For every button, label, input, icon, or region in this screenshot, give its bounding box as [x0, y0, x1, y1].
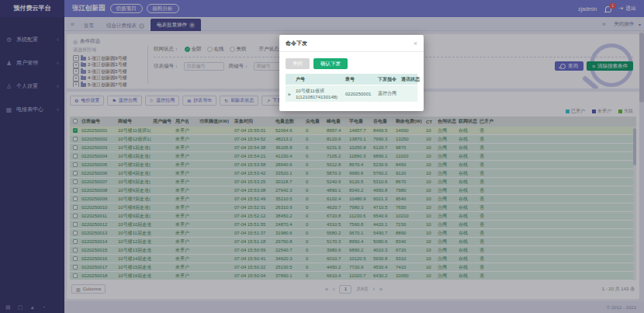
dialog-cell-command: 遥控合闸 [376, 90, 400, 97]
dialog-table-header: 户号 表号 下发指令 通讯状态 [286, 74, 417, 85]
dialog-confirm-button[interactable]: 确认下发 [313, 58, 348, 69]
dialog-table-row[interactable]: 10号楼11值班 1(12108174130148) 0220250001 遥控… [286, 85, 417, 102]
dialog-column-header: 下发指令 [376, 76, 400, 83]
app-window: 预付费云平台 ⚙ 系统配置 ♟ 用户管理 ♙ 个人设置 ▦ 电报表中心 [0, 0, 644, 313]
row-expand-icon[interactable] [289, 92, 292, 96]
dialog-title: 命令下发 [286, 40, 307, 47]
dialog-column-header: 表号 [344, 76, 376, 83]
dialog-cell-account: 10号楼11值班 1(12108174130148) [294, 88, 344, 99]
dialog-cell-meter: 0220250001 [344, 92, 376, 96]
dialog-column-header: 通讯状态 [400, 76, 423, 83]
dialog-close-icon[interactable]: × [414, 41, 417, 47]
dialog-close-button[interactable]: 关闭 [286, 58, 310, 69]
command-dialog: 命令下发 × 关闭 确认下发 户号 表号 下发指令 通讯状态 10号楼11值班 … [279, 35, 424, 111]
dialog-column-header: 户号 [294, 76, 344, 83]
